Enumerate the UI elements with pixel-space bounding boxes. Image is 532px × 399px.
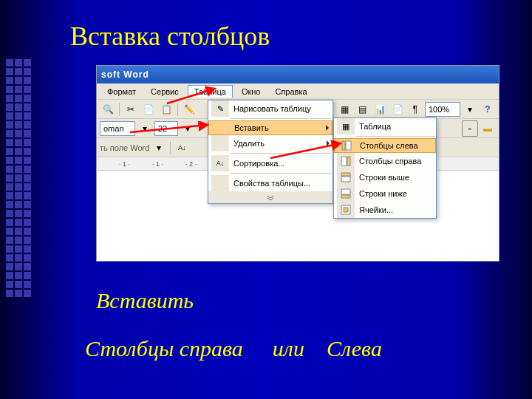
svg-rect-1	[346, 141, 351, 150]
insert-col-left-icon	[338, 137, 355, 154]
submenu-item-cols-left[interactable]: Столбцы слева	[334, 138, 436, 153]
menubar: Формат Сервис Таблица Окно Справка	[97, 83, 499, 100]
caption-columns: Столбцы справаилиСлева	[85, 336, 382, 361]
menu-window[interactable]: Окно	[236, 86, 267, 98]
blank-icon	[211, 135, 229, 151]
menu-item-insert[interactable]: Вставить	[208, 120, 332, 135]
font-name-input[interactable]: oman	[100, 121, 135, 136]
insert-row-above-icon	[337, 169, 355, 185]
window-titlebar: soft Word	[97, 66, 499, 83]
menu-expand-icon[interactable]	[208, 191, 332, 203]
zoom-input[interactable]: 100%	[425, 102, 460, 117]
insert-col-right-icon	[337, 153, 355, 169]
help-icon[interactable]: ?	[480, 101, 496, 117]
slide-decoration-dots	[6, 59, 35, 297]
sort-icon: A↓	[211, 155, 229, 171]
font-size-input[interactable]: 22	[154, 121, 178, 136]
svg-rect-4	[341, 173, 350, 176]
menu-item-sort[interactable]: A↓ Сортировка...	[208, 155, 332, 171]
search-icon[interactable]: 🔍	[100, 101, 116, 117]
menu-table[interactable]: Таблица	[188, 85, 233, 98]
menu-help[interactable]: Справка	[269, 86, 313, 98]
svg-rect-2	[341, 157, 347, 166]
copy-icon[interactable]: 📄	[140, 101, 157, 117]
submenu-arrow-icon	[327, 140, 330, 146]
paste-icon[interactable]: 📋	[158, 101, 174, 117]
doc-icon[interactable]: 📄	[389, 101, 406, 117]
insert-cells-icon	[337, 202, 355, 218]
draw-table-icon[interactable]: ✏️	[181, 101, 197, 117]
menu-tools[interactable]: Сервис	[145, 86, 185, 98]
highlight-icon[interactable]: ▬	[480, 120, 496, 137]
blank-icon	[211, 175, 229, 191]
menu-format[interactable]: Формат	[101, 86, 142, 98]
dropdown-insert-submenu: ▦ Таблица Столбцы слева Столбцы справа С…	[333, 117, 437, 219]
zoom-dropdown-icon[interactable]: ▾	[462, 101, 478, 117]
word-field-label[interactable]: ть поле Word	[100, 143, 149, 152]
menu-item-delete[interactable]: Удалить	[208, 135, 332, 151]
submenu-item-cols-right[interactable]: Столбцы справа	[334, 153, 436, 169]
svg-rect-3	[347, 157, 350, 166]
size-dropdown-icon[interactable]: ▾	[180, 120, 196, 137]
svg-rect-7	[341, 195, 350, 198]
slide-title: Вставка столбцов	[70, 21, 270, 52]
svg-rect-6	[341, 189, 350, 194]
menu-item-draw-table[interactable]: ✎ Нарисовать таблицу	[208, 100, 332, 117]
insert-row-below-icon	[337, 185, 355, 202]
svg-rect-9	[344, 208, 348, 212]
sort-az-icon[interactable]: A↓	[174, 140, 190, 156]
submenu-item-rows-above[interactable]: Строки выше	[334, 169, 436, 185]
svg-rect-0	[342, 141, 345, 150]
dropdown-table: ✎ Нарисовать таблицу Вставить Удалить A↓…	[208, 100, 333, 204]
submenu-arrow-icon	[326, 125, 329, 131]
table-grid-icon: ▦	[337, 118, 355, 134]
border-icon[interactable]: ▫	[462, 120, 478, 137]
cut-icon[interactable]: ✂	[123, 101, 139, 117]
chart-icon[interactable]: 📊	[372, 101, 388, 117]
paragraph-icon[interactable]: ¶	[407, 101, 423, 117]
field-dropdown-icon[interactable]: ▾	[151, 140, 167, 156]
submenu-item-rows-below[interactable]: Строки ниже	[334, 185, 436, 202]
pencil-icon: ✎	[211, 100, 229, 117]
svg-rect-5	[341, 177, 350, 182]
caption-insert: Вставить	[96, 288, 194, 313]
table-icon[interactable]: ▤	[354, 101, 370, 117]
submenu-item-table[interactable]: ▦ Таблица	[334, 118, 436, 134]
word-window: soft Word Формат Сервис Таблица Окно Спр…	[96, 65, 499, 262]
submenu-item-cells[interactable]: Ячейки...	[334, 202, 436, 218]
menu-item-properties[interactable]: Свойства таблицы...	[208, 175, 332, 191]
blank-icon	[212, 120, 230, 136]
columns-icon[interactable]: ▦	[336, 101, 352, 117]
font-dropdown-icon[interactable]: ▾	[137, 120, 153, 137]
